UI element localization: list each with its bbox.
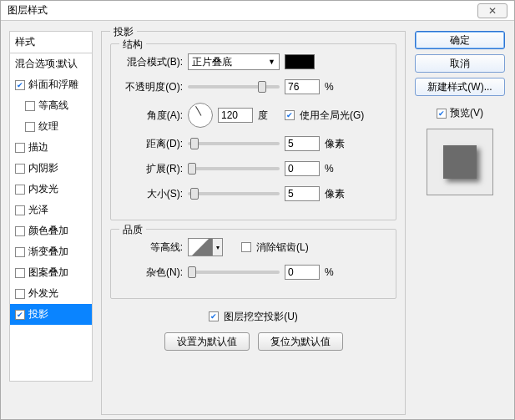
styles-list: 样式 混合选项:默认斜面和浮雕等高线纹理描边内阴影内发光光泽颜色叠加渐变叠加图案… <box>9 31 93 382</box>
sidebar-item-label: 内阴影 <box>28 161 58 175</box>
cancel-button[interactable]: 取消 <box>415 54 505 73</box>
distance-slider[interactable] <box>188 142 280 145</box>
sidebar-checkbox-4[interactable] <box>15 143 25 153</box>
noise-label: 杂色(N): <box>121 266 183 280</box>
sidebar-item-label: 混合选项:默认 <box>15 57 78 71</box>
sidebar-item-label: 外发光 <box>28 286 58 301</box>
structure-group: 结构 混合模式(B): 正片叠底 ▼ 不透明度(O): 76 % <box>110 43 396 220</box>
sidebar-item-2[interactable]: 等高线 <box>10 95 92 116</box>
sidebar-checkbox-11[interactable] <box>15 289 25 299</box>
sidebar-item-label: 投影 <box>28 307 48 321</box>
opacity-input[interactable]: 76 <box>285 79 320 94</box>
sidebar-checkbox-8[interactable] <box>15 226 25 236</box>
sidebar-item-9[interactable]: 渐变叠加 <box>10 241 92 262</box>
preview-shape <box>443 145 477 179</box>
distance-label: 距离(D): <box>121 137 183 151</box>
size-slider[interactable] <box>188 192 280 195</box>
angle-unit: 度 <box>258 109 280 123</box>
opacity-slider[interactable] <box>188 85 280 89</box>
sidebar-item-8[interactable]: 颜色叠加 <box>10 220 92 241</box>
contour-picker[interactable] <box>188 238 213 256</box>
sidebar-checkbox-9[interactable] <box>15 247 25 257</box>
sidebar-checkbox-10[interactable] <box>15 268 25 278</box>
sidebar-checkbox-3[interactable] <box>25 122 35 132</box>
global-light-checkbox[interactable] <box>285 110 295 120</box>
size-label: 大小(S): <box>121 187 183 201</box>
sidebar-item-5[interactable]: 内阴影 <box>10 158 92 179</box>
sidebar-checkbox-7[interactable] <box>15 205 25 215</box>
sidebar-item-label: 渐变叠加 <box>28 245 68 259</box>
spread-unit: % <box>325 163 346 175</box>
sidebar-item-12[interactable]: 投影 <box>10 304 92 325</box>
sidebar-item-label: 光泽 <box>28 203 48 217</box>
preview-checkbox[interactable] <box>437 109 447 119</box>
sidebar-item-label: 纹理 <box>38 119 58 134</box>
sidebar-item-1[interactable]: 斜面和浮雕 <box>10 74 92 95</box>
options-panel: 投影 结构 混合模式(B): 正片叠底 ▼ 不透明度(O): <box>101 31 406 409</box>
spread-slider[interactable] <box>188 167 280 170</box>
sidebar-checkbox-12[interactable] <box>15 310 25 320</box>
contour-dropdown[interactable]: ▾ <box>213 238 223 256</box>
sidebar-item-label: 斜面和浮雕 <box>28 78 78 92</box>
preview-label: 预览(V) <box>450 106 483 120</box>
styles-sidebar: 样式 混合选项:默认斜面和浮雕等高线纹理描边内阴影内发光光泽颜色叠加渐变叠加图案… <box>9 31 93 409</box>
angle-dial[interactable] <box>188 103 213 128</box>
antialias-checkbox[interactable] <box>241 242 251 252</box>
sidebar-item-label: 等高线 <box>38 99 68 113</box>
opacity-label: 不透明度(O): <box>121 80 183 94</box>
structure-title: 结构 <box>119 38 146 52</box>
chevron-down-icon: ▼ <box>268 58 275 66</box>
sidebar-item-10[interactable]: 图案叠加 <box>10 262 92 283</box>
window-title: 图层样式 <box>8 3 48 18</box>
reset-default-button[interactable]: 复位为默认值 <box>258 332 343 351</box>
spread-label: 扩展(R): <box>121 162 183 176</box>
shadow-color-swatch[interactable] <box>285 54 315 69</box>
quality-group: 品质 等高线: ▾ 消除锯齿(L) 杂色(N): <box>110 229 396 299</box>
new-style-button[interactable]: 新建样式(W)... <box>415 78 505 96</box>
sidebar-checkbox-5[interactable] <box>15 164 25 174</box>
sidebar-item-label: 颜色叠加 <box>28 224 68 238</box>
close-icon: ✕ <box>488 5 497 17</box>
right-panel: 确定 取消 新建样式(W)... 预览(V) <box>414 31 506 409</box>
sidebar-checkbox-6[interactable] <box>15 185 25 195</box>
sidebar-item-11[interactable]: 外发光 <box>10 283 92 304</box>
sidebar-item-0[interactable]: 混合选项:默认 <box>10 53 92 74</box>
spread-input[interactable]: 0 <box>285 161 320 176</box>
sidebar-checkbox-1[interactable] <box>15 80 25 90</box>
preview-thumbnail <box>427 129 493 195</box>
sidebar-item-3[interactable]: 纹理 <box>10 116 92 137</box>
sidebar-header: 样式 <box>10 32 92 53</box>
angle-label: 角度(A): <box>121 109 183 123</box>
layer-style-dialog: 图层样式 ✕ 样式 混合选项:默认斜面和浮雕等高线纹理描边内阴影内发光光泽颜色叠… <box>0 0 515 420</box>
sidebar-item-6[interactable]: 内发光 <box>10 179 92 200</box>
close-button[interactable]: ✕ <box>477 3 507 18</box>
antialias-label: 消除锯齿(L) <box>256 240 309 255</box>
noise-input[interactable]: 0 <box>285 265 320 280</box>
sidebar-item-label: 图案叠加 <box>28 266 68 280</box>
sidebar-item-label: 描边 <box>28 140 48 154</box>
titlebar: 图层样式 ✕ <box>1 1 514 21</box>
quality-title: 品质 <box>119 223 146 237</box>
distance-input[interactable]: 5 <box>285 136 320 151</box>
blend-mode-select[interactable]: 正片叠底 ▼ <box>188 53 280 70</box>
size-unit: 像素 <box>325 187 346 201</box>
size-input[interactable]: 5 <box>285 186 320 201</box>
sidebar-item-4[interactable]: 描边 <box>10 137 92 158</box>
noise-unit: % <box>325 266 346 278</box>
ok-button[interactable]: 确定 <box>415 31 505 49</box>
opacity-unit: % <box>325 81 346 93</box>
make-default-button[interactable]: 设置为默认值 <box>164 332 250 351</box>
sidebar-checkbox-2[interactable] <box>25 101 35 111</box>
knockout-checkbox[interactable] <box>209 311 219 321</box>
sidebar-item-label: 内发光 <box>28 182 58 196</box>
global-light-label: 使用全局光(G) <box>300 109 364 123</box>
distance-unit: 像素 <box>325 137 346 151</box>
noise-slider[interactable] <box>188 271 280 274</box>
angle-input[interactable]: 120 <box>218 108 253 123</box>
blend-mode-label: 混合模式(B): <box>121 55 183 69</box>
knockout-label: 图层挖空投影(U) <box>224 310 298 324</box>
contour-label: 等高线: <box>121 240 183 255</box>
sidebar-item-7[interactable]: 光泽 <box>10 200 92 220</box>
